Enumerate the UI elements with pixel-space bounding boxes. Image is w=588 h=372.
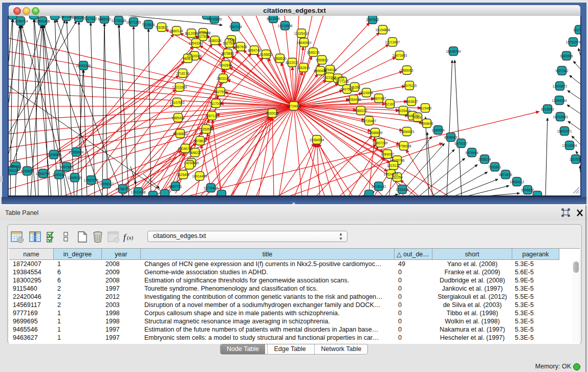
svg-text:9242848: 9242848: [219, 63, 232, 67]
svg-text:16914479: 16914479: [192, 174, 207, 178]
svg-text:10688609: 10688609: [368, 131, 383, 135]
svg-text:19218506: 19218506: [278, 24, 293, 28]
svg-text:9827503: 9827503: [196, 35, 209, 38]
svg-text:8454749: 8454749: [248, 49, 261, 52]
svg-text:12213369: 12213369: [172, 85, 187, 89]
svg-text:5498222: 5498222: [188, 151, 202, 155]
svg-text:18640910: 18640910: [297, 41, 312, 45]
svg-text:12942757: 12942757: [36, 172, 51, 176]
svg-text:20364436: 20364436: [346, 98, 361, 101]
svg-text:7955812: 7955812: [315, 58, 329, 62]
svg-text:10719185: 10719185: [112, 19, 126, 23]
svg-text:17016504: 17016504: [562, 144, 577, 147]
svg-text:7386372: 7386372: [354, 109, 367, 113]
svg-text:885061: 885061: [10, 165, 21, 168]
svg-text:12975115: 12975115: [402, 84, 417, 87]
svg-text:9777169: 9777169: [336, 80, 349, 83]
svg-text:20053346: 20053346: [76, 64, 91, 68]
svg-text:746266: 746266: [349, 85, 360, 89]
svg-text:1696176: 1696176: [307, 51, 320, 54]
svg-text:10973493: 10973493: [393, 54, 407, 57]
svg-text:5878834: 5878834: [193, 139, 207, 143]
svg-text:20891406: 20891406: [35, 19, 50, 23]
svg-text:3267130: 3267130: [205, 114, 219, 118]
svg-text:10756928: 10756928: [397, 144, 411, 148]
svg-text:16671365: 16671365: [126, 20, 141, 24]
svg-text:14136141: 14136141: [372, 185, 386, 188]
svg-text:7515526: 7515526: [142, 23, 155, 27]
svg-text:9463627: 9463627: [405, 100, 418, 103]
svg-text:2935114: 2935114: [478, 158, 491, 161]
svg-text:8186328: 8186328: [208, 39, 222, 42]
svg-text:(x): (x): [127, 234, 134, 241]
svg-text:18807249: 18807249: [373, 141, 388, 145]
svg-text:9117006: 9117006: [210, 102, 223, 105]
svg-text:62160: 62160: [385, 102, 395, 106]
svg-text:10543342: 10543342: [189, 41, 204, 45]
svg-text:11353594: 11353594: [199, 127, 214, 131]
svg-text:1985493: 1985493: [171, 116, 185, 120]
svg-text:7163822: 7163822: [155, 26, 168, 29]
svg-text:9997587: 9997587: [60, 165, 73, 169]
svg-text:2803144: 2803144: [216, 77, 230, 80]
svg-text:15716485: 15716485: [204, 186, 219, 190]
svg-text:2718176: 2718176: [176, 72, 189, 75]
svg-text:9474444: 9474444: [465, 151, 478, 155]
svg-text:1588520: 1588520: [273, 57, 287, 60]
svg-text:8813054: 8813054: [267, 17, 280, 20]
svg-text:9364: 9364: [414, 116, 422, 119]
svg-text:8938923: 8938923: [444, 136, 458, 139]
svg-text:3675685: 3675685: [221, 52, 234, 55]
svg-text:9245652: 9245652: [521, 188, 534, 192]
svg-text:17359924: 17359924: [69, 150, 84, 154]
svg-text:8471676: 8471676: [499, 173, 512, 177]
svg-text:17957255: 17957255: [84, 179, 99, 182]
svg-text:15692971: 15692971: [557, 129, 572, 133]
svg-text:1167533: 1167533: [570, 158, 580, 161]
svg-text:7625402: 7625402: [177, 173, 190, 177]
svg-text:19384554: 19384554: [310, 138, 324, 142]
svg-text:12213967: 12213967: [385, 40, 400, 44]
svg-text:3624554: 3624554: [360, 91, 373, 95]
svg-text:98961: 98961: [183, 57, 192, 60]
svg-text:2867608: 2867608: [234, 45, 247, 49]
svg-text:11325419: 11325419: [294, 32, 309, 35]
svg-text:7632621: 7632621: [488, 165, 502, 169]
svg-text:18724007: 18724007: [287, 104, 301, 108]
svg-text:8215953: 8215953: [541, 107, 554, 111]
svg-text:1145194: 1145194: [53, 173, 66, 177]
svg-text:19654923: 19654923: [400, 130, 415, 134]
svg-text:1117416: 1117416: [573, 28, 580, 32]
svg-text:12444154: 12444154: [552, 99, 567, 102]
svg-text:10120746: 10120746: [390, 159, 405, 162]
svg-text:10807487: 10807487: [372, 97, 386, 100]
svg-text:f: f: [123, 232, 127, 242]
svg-text:6479197: 6479197: [454, 142, 468, 145]
svg-text:10958117: 10958117: [99, 182, 114, 186]
svg-text:9329966: 9329966: [560, 54, 573, 58]
svg-text:20206586: 20206586: [47, 153, 61, 157]
svg-text:9227342: 9227342: [555, 69, 569, 73]
svg-text:14055714: 14055714: [13, 19, 28, 23]
svg-text:16033809: 16033809: [207, 17, 222, 21]
svg-text:7485063: 7485063: [400, 69, 413, 72]
svg-text:252254: 252254: [391, 176, 403, 179]
svg-text:8660124: 8660124: [170, 29, 183, 33]
svg-text:8322037: 8322037: [286, 61, 299, 64]
svg-text:1733426: 1733426: [396, 188, 409, 191]
svg-text:9115460: 9115460: [419, 106, 432, 110]
svg-text:14099489: 14099489: [184, 161, 199, 165]
svg-text:1530029: 1530029: [266, 112, 279, 115]
svg-text:10025433: 10025433: [396, 109, 411, 113]
svg-text:1640954: 1640954: [431, 128, 445, 132]
svg-text:19166852: 19166852: [173, 132, 188, 136]
svg-text:16154808: 16154808: [376, 28, 390, 32]
svg-text:16046766: 16046766: [178, 147, 193, 150]
svg-text:16648784: 16648784: [446, 50, 461, 53]
svg-text:6466160: 6466160: [98, 17, 111, 21]
svg-text:16782759: 16782759: [116, 187, 130, 191]
svg-text:1615132: 1615132: [387, 164, 400, 167]
svg-text:2087682: 2087682: [366, 18, 379, 21]
svg-text:8427552: 8427552: [214, 90, 227, 94]
svg-text:15720407: 15720407: [362, 119, 377, 123]
